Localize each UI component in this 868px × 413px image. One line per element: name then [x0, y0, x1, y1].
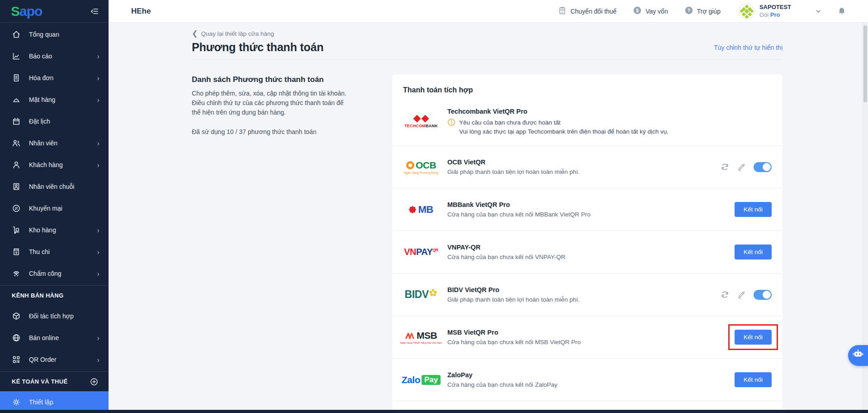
- help-button[interactable]: ? Trợ giúp: [684, 6, 721, 16]
- topbar: HEhe TAX Chuyển đổi thuế $ Vay vốn ? Trợ…: [109, 0, 868, 23]
- sapo-logo-rest: apo: [19, 4, 42, 19]
- sidebar-item-kho-hang[interactable]: Kho hàng›: [0, 219, 109, 241]
- customize-order-link[interactable]: Tùy chỉnh thứ tự hiển thị: [714, 44, 783, 51]
- msb-logo: MSBNgân hàng TMCP Hàng Hải Việt Nam: [403, 330, 439, 344]
- payment-row-zalopay: ZaloPayZaloPayCửa hàng của bạn chưa kết …: [392, 359, 783, 401]
- payment-name: OCB VietQR: [447, 158, 580, 166]
- svg-text:TAX: TAX: [560, 9, 565, 11]
- sidebar-item-label: Mặt hàng: [29, 96, 55, 103]
- payment-actions: Kết nối: [728, 324, 772, 350]
- payment-description: Cửa hàng của bạn chưa kết nối ZaloPay: [447, 381, 557, 388]
- scrollbar-thumb[interactable]: [863, 25, 867, 102]
- sidebar-section-label: KÊNH BÁN HÀNG: [12, 292, 63, 299]
- chevron-right-icon: ›: [97, 270, 100, 278]
- mbbank-logo: MB: [403, 204, 439, 216]
- account-plan-tier: Pro: [770, 11, 780, 18]
- breadcrumb[interactable]: ❮ Quay lại thiết lập cửa hàng: [192, 30, 274, 37]
- zalopay-logo: ZaloPay: [403, 375, 439, 385]
- bottom-strip: [0, 410, 868, 413]
- toggle-ocb[interactable]: [754, 162, 772, 172]
- sidebar-item-nhan-vien[interactable]: Nhân viên›: [0, 132, 109, 154]
- info-description: Cho phép thêm, sửa, xóa, cập nhật thông …: [192, 89, 353, 117]
- payment-name: MBBank VietQR Pro: [447, 201, 591, 208]
- svg-text:$: $: [15, 250, 18, 255]
- products-icon: [12, 95, 21, 104]
- warehouse-icon: [12, 226, 21, 235]
- tax-conversion-label: Chuyển đổi thuế: [570, 8, 617, 15]
- chevron-right-icon: ›: [97, 161, 100, 169]
- robot-icon: [852, 349, 864, 362]
- sidebar-item-label: Kho hàng: [29, 226, 56, 234]
- chevron-right-icon: ›: [97, 248, 100, 256]
- connect-button-msb[interactable]: Kết nối: [735, 330, 772, 345]
- connect-button-zalopay[interactable]: Kết nối: [735, 372, 772, 387]
- connect-button-mbbank[interactable]: Kết nối: [735, 202, 772, 217]
- connect-button-vnpay[interactable]: Kết nối: [735, 245, 772, 259]
- chevron-right-icon: ›: [97, 356, 100, 364]
- promotion-icon: [12, 204, 21, 213]
- payment-name: BIDV VietQR Pro: [447, 286, 580, 293]
- sidebar-item-dat-lich[interactable]: Đặt lịch: [0, 110, 109, 132]
- toggle-knob: [763, 291, 771, 299]
- sidebar-logo-row: Sapo: [0, 0, 109, 23]
- tax-conversion-button[interactable]: TAX Chuyển đổi thuế: [558, 6, 617, 16]
- sidebar-item-thu-chi[interactable]: $Thu chi›: [0, 241, 109, 263]
- techcombank-logo: TECHCOMBANK: [403, 116, 439, 128]
- annotation-highlight-box: Kết nối: [728, 324, 778, 350]
- toggle-bidv[interactable]: [754, 290, 772, 300]
- sidebar-item-doi-tac-tich-hop[interactable]: Đối tác tích hợp: [0, 305, 109, 327]
- sidebar-item-cham-cong[interactable]: Chấm công›: [0, 263, 109, 284]
- sidebar-item-hoa-don[interactable]: Hóa đơn›: [0, 67, 109, 89]
- payments-card: Thanh toán tích hợp TECHCOMBANKTechcomba…: [392, 74, 783, 413]
- topbar-right: TAX Chuyển đổi thuế $ Vay vốn ? Trợ giúp: [541, 3, 846, 19]
- staff-icon: [12, 139, 21, 148]
- ocb-logo: OCBNgân Hàng Phương Đông: [403, 160, 439, 174]
- home-icon: [12, 30, 21, 39]
- sapo-logo-s: S: [11, 4, 19, 19]
- chatbot-bubble-button[interactable]: [848, 345, 868, 366]
- sidebar-item-khach-hang[interactable]: Khách hàng›: [0, 154, 109, 176]
- payment-info: Techcombank VietQR ProYêu cầu của bạn ch…: [447, 108, 669, 137]
- account-menu[interactable]: SAPOTEST Gói Pro: [739, 3, 791, 19]
- sidebar: Sapo Tổng quanBáo cáo›Hóa đơn›Mặt hàng›Đ…: [0, 0, 109, 413]
- tax-icon: TAX: [558, 6, 567, 16]
- loan-button[interactable]: $ Vay vốn: [633, 6, 668, 16]
- refresh-icon[interactable]: [720, 290, 730, 299]
- sidebar-item-bao-cao[interactable]: Báo cáo›: [0, 45, 109, 67]
- payment-actions: Kết nối: [735, 202, 772, 217]
- payment-row-techcombank: TECHCOMBANKTechcombank VietQR ProYêu cầu…: [392, 99, 783, 146]
- add-icon[interactable]: [90, 377, 99, 386]
- sidebar-item-tong-quan[interactable]: Tổng quan: [0, 24, 109, 45]
- payment-actions: Kết nối: [735, 245, 772, 259]
- payment-info: ZaloPayCửa hàng của bạn chưa kết nối Zal…: [447, 371, 557, 388]
- partner-box-icon: [12, 312, 21, 321]
- edit-icon[interactable]: [737, 162, 746, 172]
- sidebar-collapse-icon[interactable]: [90, 7, 100, 16]
- sidebar-item-khuyen-mai[interactable]: Khuyến mại: [0, 197, 109, 219]
- sapo-logo[interactable]: Sapo: [11, 5, 42, 18]
- payment-name: ZaloPay: [447, 371, 557, 379]
- invoice-icon: [12, 73, 21, 82]
- bell-icon[interactable]: [837, 7, 846, 16]
- sidebar-item-label: Thiết lập: [29, 399, 53, 406]
- sidebar-item-qr-order[interactable]: QR Order›: [0, 349, 109, 370]
- payment-row-ocb: OCBNgân Hàng Phương ĐôngOCB VietQRGiải p…: [392, 146, 783, 188]
- sidebar-item-nhan-vien-chuoi[interactable]: Nhân viên chuỗi: [0, 176, 109, 197]
- payment-row-vnpay: VNPAYQRVNPAY-QRCửa hàng của bạn chưa kết…: [392, 231, 783, 274]
- svg-text:?: ?: [687, 8, 690, 13]
- qr-icon: [12, 355, 21, 364]
- sidebar-item-ban-online[interactable]: Bán online›: [0, 327, 109, 349]
- chevron-right-icon: ›: [97, 74, 100, 82]
- main-content: ❮ Quay lại thiết lập cửa hàng Phương thứ…: [109, 23, 868, 413]
- sidebar-item-mat-hang[interactable]: Mặt hàng›: [0, 89, 109, 110]
- cashbook-icon: $: [12, 247, 21, 256]
- sidebar-item-label: Nhân viên: [29, 139, 57, 147]
- payment-name: Techcombank VietQR Pro: [447, 108, 669, 115]
- sidebar-item-label: Tổng quan: [29, 31, 59, 38]
- refresh-icon[interactable]: [720, 162, 730, 172]
- chevron-down-icon[interactable]: [814, 7, 823, 16]
- breadcrumb-label: Quay lại thiết lập cửa hàng: [201, 30, 274, 37]
- edit-icon[interactable]: [737, 290, 746, 299]
- page-title: Phương thức thanh toán: [192, 41, 323, 54]
- chevron-right-icon: ›: [97, 334, 100, 342]
